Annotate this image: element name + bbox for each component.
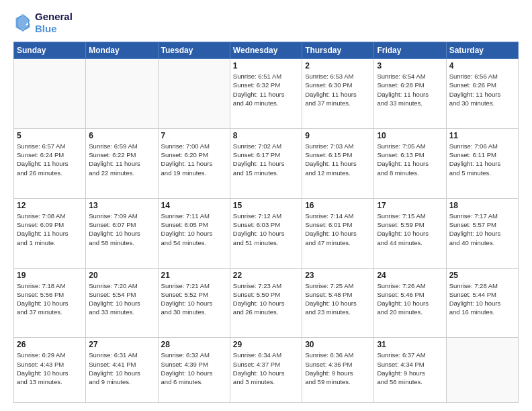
calendar-cell: 10Sunrise: 7:05 AM Sunset: 6:13 PM Dayli… xyxy=(374,128,446,198)
calendar-cell xyxy=(86,59,158,129)
calendar-cell: 21Sunrise: 7:21 AM Sunset: 5:52 PM Dayli… xyxy=(158,268,230,338)
day-info: Sunrise: 7:11 AM Sunset: 6:05 PM Dayligh… xyxy=(161,212,227,247)
logo-text: General Blue xyxy=(35,11,73,35)
day-info: Sunrise: 7:00 AM Sunset: 6:20 PM Dayligh… xyxy=(161,142,227,177)
day-info: Sunrise: 6:53 AM Sunset: 6:30 PM Dayligh… xyxy=(305,72,371,107)
day-info: Sunrise: 6:36 AM Sunset: 4:36 PM Dayligh… xyxy=(305,351,371,386)
day-info: Sunrise: 7:18 AM Sunset: 5:56 PM Dayligh… xyxy=(17,281,83,317)
day-number: 19 xyxy=(17,271,83,280)
day-info: Sunrise: 7:06 AM Sunset: 6:11 PM Dayligh… xyxy=(449,142,515,177)
day-number: 20 xyxy=(89,271,154,280)
calendar-week-row: 26Sunrise: 6:29 AM Sunset: 4:43 PM Dayli… xyxy=(14,338,519,403)
calendar-cell: 26Sunrise: 6:29 AM Sunset: 4:43 PM Dayli… xyxy=(14,338,86,403)
day-number: 9 xyxy=(305,131,371,140)
day-number: 5 xyxy=(17,131,83,140)
header: General Blue xyxy=(13,11,519,35)
calendar-cell: 22Sunrise: 7:23 AM Sunset: 5:50 PM Dayli… xyxy=(230,268,302,338)
calendar-cell: 27Sunrise: 6:31 AM Sunset: 4:41 PM Dayli… xyxy=(86,338,158,403)
calendar-cell: 20Sunrise: 7:20 AM Sunset: 5:54 PM Dayli… xyxy=(86,268,158,338)
day-info: Sunrise: 7:26 AM Sunset: 5:46 PM Dayligh… xyxy=(377,281,443,317)
calendar-week-row: 1Sunrise: 6:51 AM Sunset: 6:32 PM Daylig… xyxy=(14,59,519,129)
day-number: 4 xyxy=(449,61,515,71)
day-number: 15 xyxy=(233,201,299,210)
calendar-cell: 8Sunrise: 7:02 AM Sunset: 6:17 PM Daylig… xyxy=(230,128,302,198)
day-info: Sunrise: 6:34 AM Sunset: 4:37 PM Dayligh… xyxy=(233,351,299,386)
day-info: Sunrise: 7:12 AM Sunset: 6:03 PM Dayligh… xyxy=(233,212,299,247)
calendar-week-row: 12Sunrise: 7:08 AM Sunset: 6:09 PM Dayli… xyxy=(14,198,519,268)
day-info: Sunrise: 7:08 AM Sunset: 6:09 PM Dayligh… xyxy=(17,212,83,247)
calendar-cell: 14Sunrise: 7:11 AM Sunset: 6:05 PM Dayli… xyxy=(158,198,230,268)
calendar-cell: 24Sunrise: 7:26 AM Sunset: 5:46 PM Dayli… xyxy=(374,268,446,338)
day-number: 24 xyxy=(377,271,443,280)
day-info: Sunrise: 7:17 AM Sunset: 5:57 PM Dayligh… xyxy=(449,212,515,247)
calendar-cell: 28Sunrise: 6:32 AM Sunset: 4:39 PM Dayli… xyxy=(158,338,230,403)
calendar-cell: 31Sunrise: 6:37 AM Sunset: 4:34 PM Dayli… xyxy=(374,338,446,403)
day-number: 26 xyxy=(17,340,83,349)
day-info: Sunrise: 7:15 AM Sunset: 5:59 PM Dayligh… xyxy=(377,212,443,247)
day-info: Sunrise: 6:57 AM Sunset: 6:24 PM Dayligh… xyxy=(17,142,83,177)
day-info: Sunrise: 7:23 AM Sunset: 5:50 PM Dayligh… xyxy=(233,281,299,317)
day-number: 10 xyxy=(377,131,443,140)
calendar-cell: 3Sunrise: 6:54 AM Sunset: 6:28 PM Daylig… xyxy=(374,59,446,129)
day-info: Sunrise: 7:25 AM Sunset: 5:48 PM Dayligh… xyxy=(305,281,371,317)
calendar-header-row: SundayMondayTuesdayWednesdayThursdayFrid… xyxy=(14,42,519,59)
calendar-cell: 16Sunrise: 7:14 AM Sunset: 6:01 PM Dayli… xyxy=(302,198,374,268)
day-number: 6 xyxy=(89,131,154,140)
weekday-header-sunday: Sunday xyxy=(14,42,86,59)
calendar-cell: 29Sunrise: 6:34 AM Sunset: 4:37 PM Dayli… xyxy=(230,338,302,403)
calendar-cell: 23Sunrise: 7:25 AM Sunset: 5:48 PM Dayli… xyxy=(302,268,374,338)
day-info: Sunrise: 7:09 AM Sunset: 6:07 PM Dayligh… xyxy=(89,212,154,247)
day-info: Sunrise: 6:31 AM Sunset: 4:41 PM Dayligh… xyxy=(89,351,154,386)
weekday-header-tuesday: Tuesday xyxy=(158,42,230,59)
day-info: Sunrise: 7:21 AM Sunset: 5:52 PM Dayligh… xyxy=(161,281,227,317)
calendar-cell: 13Sunrise: 7:09 AM Sunset: 6:07 PM Dayli… xyxy=(86,198,158,268)
day-info: Sunrise: 6:54 AM Sunset: 6:28 PM Dayligh… xyxy=(377,72,443,107)
day-info: Sunrise: 7:28 AM Sunset: 5:44 PM Dayligh… xyxy=(449,281,515,317)
day-number: 25 xyxy=(449,271,515,280)
day-number: 14 xyxy=(161,201,227,210)
weekday-header-thursday: Thursday xyxy=(302,42,374,59)
calendar-cell: 19Sunrise: 7:18 AM Sunset: 5:56 PM Dayli… xyxy=(14,268,86,338)
page: General Blue SundayMondayTuesdayWednesda… xyxy=(0,0,532,411)
calendar-week-row: 19Sunrise: 7:18 AM Sunset: 5:56 PM Dayli… xyxy=(14,268,519,338)
calendar-cell xyxy=(158,59,230,129)
calendar-cell: 30Sunrise: 6:36 AM Sunset: 4:36 PM Dayli… xyxy=(302,338,374,403)
day-number: 12 xyxy=(17,201,83,210)
calendar-cell: 11Sunrise: 7:06 AM Sunset: 6:11 PM Dayli… xyxy=(446,128,518,198)
calendar-cell: 9Sunrise: 7:03 AM Sunset: 6:15 PM Daylig… xyxy=(302,128,374,198)
day-number: 18 xyxy=(449,201,515,210)
calendar-cell xyxy=(14,59,86,129)
calendar-cell: 2Sunrise: 6:53 AM Sunset: 6:30 PM Daylig… xyxy=(302,59,374,129)
day-number: 17 xyxy=(377,201,443,210)
day-number: 3 xyxy=(377,61,443,71)
day-number: 28 xyxy=(161,340,227,349)
day-number: 29 xyxy=(233,340,299,349)
day-number: 13 xyxy=(89,201,154,210)
day-info: Sunrise: 6:51 AM Sunset: 6:32 PM Dayligh… xyxy=(233,72,299,107)
day-number: 22 xyxy=(233,271,299,280)
calendar-cell: 5Sunrise: 6:57 AM Sunset: 6:24 PM Daylig… xyxy=(14,128,86,198)
logo: General Blue xyxy=(13,11,73,35)
day-number: 31 xyxy=(377,340,443,349)
calendar-cell: 17Sunrise: 7:15 AM Sunset: 5:59 PM Dayli… xyxy=(374,198,446,268)
day-info: Sunrise: 7:02 AM Sunset: 6:17 PM Dayligh… xyxy=(233,142,299,177)
calendar-cell: 12Sunrise: 7:08 AM Sunset: 6:09 PM Dayli… xyxy=(14,198,86,268)
calendar-cell: 6Sunrise: 6:59 AM Sunset: 6:22 PM Daylig… xyxy=(86,128,158,198)
day-number: 8 xyxy=(233,131,299,140)
day-number: 30 xyxy=(305,340,371,349)
day-info: Sunrise: 6:32 AM Sunset: 4:39 PM Dayligh… xyxy=(161,351,227,386)
weekday-header-saturday: Saturday xyxy=(446,42,518,59)
day-number: 27 xyxy=(89,340,154,349)
calendar-cell: 7Sunrise: 7:00 AM Sunset: 6:20 PM Daylig… xyxy=(158,128,230,198)
logo-icon xyxy=(13,13,32,32)
calendar-cell: 25Sunrise: 7:28 AM Sunset: 5:44 PM Dayli… xyxy=(446,268,518,338)
day-number: 23 xyxy=(305,271,371,280)
day-number: 21 xyxy=(161,271,227,280)
day-number: 11 xyxy=(449,131,515,140)
weekday-header-wednesday: Wednesday xyxy=(230,42,302,59)
day-number: 7 xyxy=(161,131,227,140)
calendar-cell: 1Sunrise: 6:51 AM Sunset: 6:32 PM Daylig… xyxy=(230,59,302,129)
day-info: Sunrise: 7:14 AM Sunset: 6:01 PM Dayligh… xyxy=(305,212,371,247)
day-info: Sunrise: 7:05 AM Sunset: 6:13 PM Dayligh… xyxy=(377,142,443,177)
calendar-cell: 18Sunrise: 7:17 AM Sunset: 5:57 PM Dayli… xyxy=(446,198,518,268)
